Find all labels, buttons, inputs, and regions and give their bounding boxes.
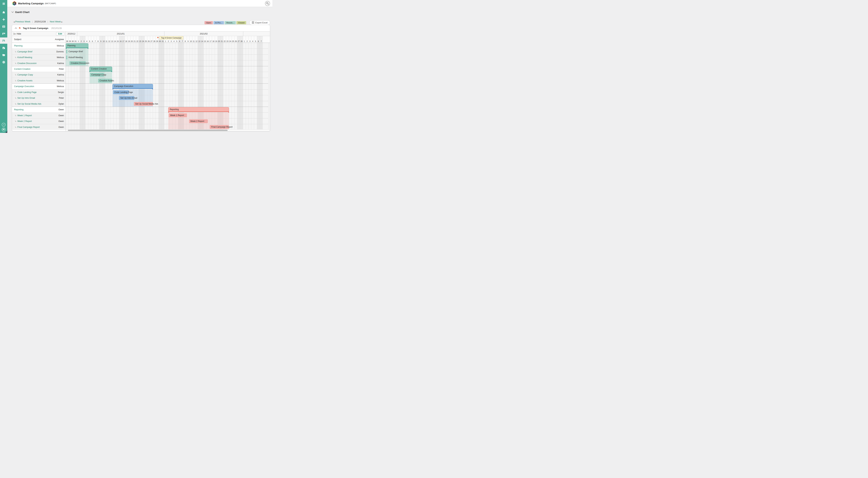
task-subject-link[interactable]: ↳Kickoff Meeting bbox=[15, 56, 32, 59]
edit-button[interactable]: Edit bbox=[56, 32, 64, 36]
day-header-cell: 23 bbox=[226, 36, 229, 43]
search-button[interactable] bbox=[265, 1, 270, 6]
left-arrow-icon: ◀ bbox=[13, 21, 14, 23]
task-row: ↳Week 2 ReportOwen bbox=[12, 118, 66, 124]
task-row: ↳Set Up Social Media AdsDylan bbox=[12, 101, 66, 107]
day-header-cell: 20 bbox=[218, 36, 220, 43]
gantt-bar[interactable]: Week 1 Report bbox=[169, 113, 187, 117]
day-header-cell: 3 bbox=[249, 36, 251, 43]
subtask-arrow-icon: ↳ bbox=[15, 126, 17, 128]
day-header-cell: 3 bbox=[83, 36, 85, 43]
gantt-bar[interactable]: Final Campaign Report bbox=[210, 125, 229, 129]
task-subject-link[interactable]: ↳Creative Assets bbox=[15, 79, 32, 82]
sidebar-item-add[interactable] bbox=[0, 16, 7, 23]
task-row: PlanningMelissa bbox=[12, 43, 66, 48]
day-header-cell: 28 bbox=[240, 36, 243, 43]
task-subject-link[interactable]: ↳Campaign Copy bbox=[15, 73, 33, 76]
task-subject-link[interactable]: Planning bbox=[14, 44, 23, 47]
day-header-cell: 6 bbox=[91, 36, 94, 43]
project-key: (MKTCAMP) bbox=[45, 2, 56, 4]
day-header-cell: 10 bbox=[190, 36, 192, 43]
day-header-cell: 20 bbox=[130, 36, 133, 43]
gantt-bar[interactable]: Planning bbox=[66, 43, 88, 48]
task-subject-link[interactable]: Reporting bbox=[14, 108, 24, 111]
task-assignee: Peter bbox=[59, 97, 64, 99]
day-header-cell: 26 bbox=[147, 36, 150, 43]
task-assignee: Melissa bbox=[57, 56, 64, 59]
task-subject-link[interactable]: ↳Week 2 Report bbox=[15, 120, 32, 123]
vertical-scrollbar[interactable] bbox=[268, 43, 270, 131]
gantt-bar[interactable]: Creative Assets bbox=[98, 79, 112, 82]
task-row: ↳Campaign CopyKatrina bbox=[12, 72, 66, 77]
task-subject-link[interactable]: ↳Week 1 Report bbox=[15, 114, 32, 117]
horizontal-scrollbar-thumb[interactable] bbox=[68, 130, 227, 131]
task-subject-link[interactable]: ↳Set Up Social Media Ads bbox=[15, 103, 41, 105]
wiki-icon bbox=[2, 46, 5, 49]
hide-label[interactable]: Hide bbox=[17, 33, 21, 35]
sidebar-item-hamburger[interactable] bbox=[0, 0, 7, 7]
chevron-up-icon[interactable] bbox=[15, 27, 17, 30]
legend-badge[interactable]: In Pro... bbox=[214, 21, 224, 24]
gantt-section-header[interactable]: Gantt Chart bbox=[12, 10, 30, 13]
task-subject-link[interactable]: ↳Code Landing Page bbox=[15, 91, 37, 94]
month-header: 2021/02 bbox=[164, 32, 243, 36]
gantt-bar[interactable]: Campaign Execution bbox=[113, 84, 153, 89]
task-assignee: Katrina bbox=[57, 73, 64, 76]
gantt-bar[interactable]: Campaign Copy bbox=[90, 73, 104, 77]
gantt-bar[interactable]: Set Up Intro Email bbox=[119, 96, 134, 100]
export-excel-button[interactable]: Export Excel bbox=[249, 20, 270, 25]
sidebar-item-board[interactable] bbox=[0, 30, 7, 37]
day-header-cell: 12 bbox=[195, 36, 198, 43]
task-subject-link[interactable]: ↳Campaign Brief bbox=[15, 50, 32, 53]
milestone-marker-label: Tag It Green Campaign bbox=[159, 36, 183, 39]
chart-area: PlanningCampaign BriefKickoff MeetingCre… bbox=[66, 43, 270, 131]
spreadsheet-icon bbox=[252, 21, 254, 24]
gantt-icon bbox=[2, 39, 5, 42]
task-row: ReportingOwen bbox=[12, 107, 66, 112]
legend-badge[interactable]: Closed bbox=[237, 21, 246, 24]
sidebar-item-files[interactable] bbox=[0, 52, 7, 58]
gantt-bar[interactable]: Week 2 Report bbox=[189, 119, 208, 123]
day-header-cell: 16 bbox=[119, 36, 122, 43]
day-header-cell: 6 bbox=[257, 36, 260, 43]
gantt-bar[interactable]: Set Up Social Media Ads bbox=[134, 102, 153, 106]
next-week-link[interactable]: Next Week ▶ bbox=[50, 20, 62, 23]
gantt-bar[interactable]: Reporting bbox=[168, 107, 229, 112]
task-subject-link[interactable]: ↳Final Campaign Report bbox=[15, 126, 40, 128]
gantt-bar[interactable] bbox=[66, 49, 67, 54]
sidebar-item-gantt[interactable] bbox=[0, 37, 7, 44]
task-subject-link[interactable]: Campaign Execution bbox=[14, 85, 34, 88]
legend-badge[interactable]: Open bbox=[205, 21, 213, 24]
chart-row-line bbox=[66, 55, 268, 60]
task-subject-link[interactable]: ↳Set Up Intro Email bbox=[15, 97, 35, 99]
sidebar-item-wiki[interactable] bbox=[0, 44, 7, 51]
gantt-bar[interactable]: Code Landing Page bbox=[113, 90, 129, 94]
gantt-bar[interactable]: Creative Discussion bbox=[69, 61, 86, 65]
chart-row-line bbox=[66, 48, 268, 54]
week-navigation: ◀ Previous Week | 2020/12/28 | Next Week… bbox=[13, 20, 62, 23]
chevron-down-icon bbox=[11, 10, 14, 13]
collapse-panel-icon[interactable]: ◀ bbox=[14, 33, 16, 35]
gantt-bar[interactable]: Content Creation bbox=[89, 67, 112, 71]
gantt-table: ◀ Hide Edit 2020/122021/012021/02 Subjec… bbox=[12, 31, 270, 131]
project-logo-letter: C bbox=[13, 2, 15, 5]
day-header-cell: 24 bbox=[229, 36, 232, 43]
day-header-cell: 19 bbox=[128, 36, 130, 43]
previous-week-link[interactable]: ◀ Previous Week bbox=[13, 20, 30, 23]
day-header-cell: 4 bbox=[85, 36, 88, 43]
sidebar-item-settings[interactable] bbox=[0, 59, 7, 65]
task-assignee: Owen bbox=[59, 108, 64, 111]
month-header: 2020/12 bbox=[66, 32, 77, 36]
day-header-cell: 24 bbox=[142, 36, 145, 43]
legend-badge[interactable]: Resolv... bbox=[225, 21, 236, 24]
sidebar-item-home[interactable] bbox=[0, 9, 7, 15]
separator: | bbox=[48, 20, 48, 23]
sidebar-item-projects[interactable] bbox=[0, 23, 7, 30]
task-row: ↳Kickoff MeetingMelissa bbox=[12, 55, 66, 60]
day-header-cell: 25 bbox=[232, 36, 235, 43]
sidebar-item-chat[interactable] bbox=[0, 126, 7, 133]
gantt-bar[interactable] bbox=[66, 56, 67, 59]
task-subject-link[interactable]: Content Creation bbox=[14, 68, 31, 70]
subject-column-header: Subject bbox=[14, 38, 21, 41]
task-subject-link[interactable]: ↳Creative Discussion bbox=[15, 62, 37, 65]
